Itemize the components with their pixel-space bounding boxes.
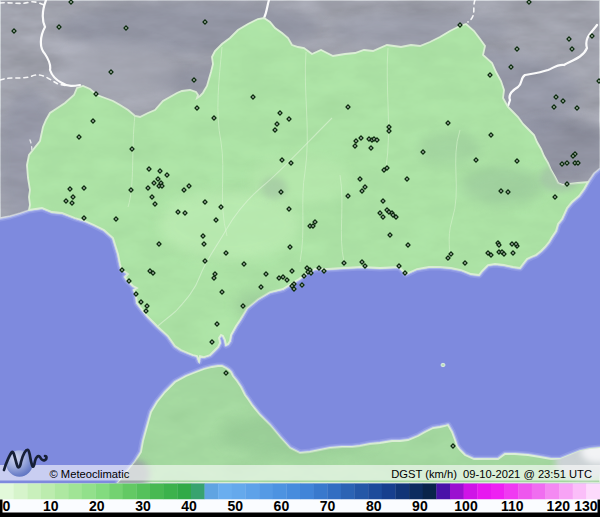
svg-text:20: 20: [89, 498, 105, 514]
svg-text:70: 70: [320, 498, 336, 514]
svg-text:100: 100: [454, 498, 478, 514]
svg-text:110: 110: [501, 498, 524, 514]
svg-text:120: 120: [547, 498, 571, 514]
svg-text:90: 90: [412, 498, 428, 514]
svg-text:80: 80: [366, 498, 382, 514]
svg-text:60: 60: [274, 498, 290, 514]
svg-text:50: 50: [228, 498, 244, 514]
svg-text:0: 0: [3, 498, 11, 514]
svg-text:130: 130: [574, 498, 598, 514]
svg-text:30: 30: [135, 498, 151, 514]
svg-text:40: 40: [181, 498, 197, 514]
svg-text:10: 10: [43, 498, 59, 514]
svg-text:© Meteoclimatic: © Meteoclimatic: [50, 468, 130, 480]
svg-text:DGST (km/h) 09-10-2021 @ 23:5: DGST (km/h) 09-10-2021 @ 23:51 UTC: [391, 468, 592, 480]
